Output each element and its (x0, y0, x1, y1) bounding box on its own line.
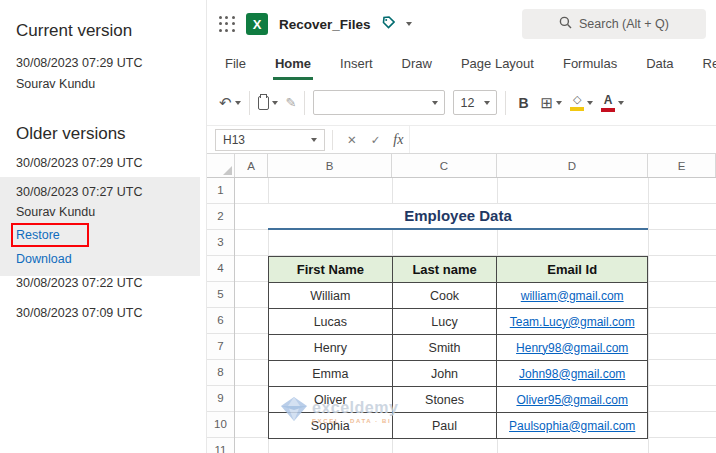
cell-email[interactable]: Paulsophia@gmail.com (497, 413, 648, 439)
column-header-c[interactable]: C (392, 154, 497, 177)
row-header[interactable]: 11 (207, 438, 234, 453)
search-placeholder: Search (Alt + Q) (579, 17, 669, 31)
tab-home[interactable]: Home (273, 50, 313, 80)
file-name[interactable]: Recover_Files (279, 17, 371, 32)
cell-first-name[interactable]: Emma (269, 361, 393, 387)
select-all-corner[interactable] (207, 154, 235, 177)
column-header-a[interactable]: A (235, 154, 268, 177)
app-launcher-icon[interactable] (219, 16, 235, 32)
row-header[interactable]: 8 (207, 360, 234, 386)
excel-window: X Recover_Files Search (Alt + Q) File Ho… (207, 0, 716, 453)
cell-first-name[interactable]: Lucas (269, 309, 393, 335)
cell-last-name[interactable]: Smith (393, 335, 498, 361)
row-header[interactable]: 6 (207, 308, 234, 334)
enter-button[interactable]: ✓ (364, 133, 388, 147)
column-header-e[interactable]: E (648, 154, 716, 177)
email-link[interactable]: Paulsophia@gmail.com (509, 419, 635, 433)
row-header[interactable]: 1 (207, 178, 234, 204)
format-painter-icon: ✎ (286, 95, 297, 110)
table-row: Sophia Paul Paulsophia@gmail.com (269, 413, 648, 439)
version-item-author: Sourav Kundu (16, 202, 184, 222)
cell-last-name[interactable]: Paul (393, 413, 498, 439)
email-link[interactable]: Henry98@gmail.com (516, 341, 628, 355)
chevron-down-icon (432, 101, 438, 105)
spreadsheet-grid: A B C D E 1 2 3 4 5 6 7 8 9 10 11 (207, 154, 716, 453)
undo-button[interactable]: ↶ (219, 95, 241, 110)
cell-last-name[interactable]: Cook (393, 283, 498, 309)
older-versions-heading: Older versions (16, 124, 126, 144)
format-painter-button[interactable]: ✎ (286, 95, 297, 110)
name-box[interactable]: H13 (215, 129, 325, 151)
tab-file[interactable]: File (223, 50, 248, 80)
column-header-d[interactable]: D (497, 154, 648, 177)
cell-last-name[interactable]: John (393, 361, 498, 387)
cell-email[interactable]: william@gmail.com (497, 283, 648, 309)
row-header[interactable]: 2 (207, 204, 234, 230)
cells-area[interactable]: Employee Data First Name Last name Email… (235, 178, 716, 453)
version-item-selected[interactable]: 30/08/2023 07:27 UTC Sourav Kundu Restor… (0, 177, 200, 276)
table-header-first-name[interactable]: First Name (269, 257, 393, 283)
chevron-down-icon (618, 101, 624, 105)
tab-draw[interactable]: Draw (400, 50, 434, 80)
table-row: Oliver Stones Oliver95@gmail.com (269, 387, 648, 413)
version-item[interactable]: 30/08/2023 07:29 UTC (16, 153, 142, 173)
download-link[interactable]: Download (16, 249, 72, 269)
table-header-last-name[interactable]: Last name (393, 257, 498, 283)
sheet-title-cell[interactable]: Employee Data (268, 204, 648, 230)
cell-first-name[interactable]: William (269, 283, 393, 309)
version-item[interactable]: 30/08/2023 07:09 UTC (16, 303, 142, 323)
fill-color-icon: ◇ (570, 94, 584, 111)
cell-email[interactable]: Oliver95@gmail.com (497, 387, 648, 413)
email-link[interactable]: william@gmail.com (521, 289, 624, 303)
row-header[interactable]: 9 (207, 386, 234, 412)
font-color-icon: A (601, 94, 615, 112)
row-header[interactable]: 4 (207, 256, 234, 282)
email-link[interactable]: Team.Lucy@gmail.com (510, 315, 635, 329)
email-link[interactable]: Oliver95@gmail.com (516, 393, 628, 407)
chevron-down-icon (587, 101, 593, 105)
row-header[interactable]: 10 (207, 412, 234, 438)
cell-last-name[interactable]: Lucy (393, 309, 498, 335)
fill-color-button[interactable]: ◇ (570, 94, 593, 111)
font-size-select[interactable]: 12 (453, 90, 497, 115)
chevron-down-icon (311, 138, 317, 142)
cell-first-name[interactable]: Oliver (269, 387, 393, 413)
column-header-b[interactable]: B (268, 154, 392, 177)
grid-body: 1 2 3 4 5 6 7 8 9 10 11 Emp (207, 178, 716, 453)
email-link[interactable]: John98@gmail.com (519, 367, 625, 381)
borders-button[interactable]: ⊞ (541, 95, 563, 110)
cell-first-name[interactable]: Henry (269, 335, 393, 361)
version-item[interactable]: 30/08/2023 07:22 UTC (16, 273, 142, 293)
formula-input[interactable] (409, 126, 716, 153)
excel-logo-icon[interactable]: X (246, 13, 268, 35)
cell-email[interactable]: Henry98@gmail.com (497, 335, 648, 361)
font-name-select[interactable] (313, 90, 445, 115)
current-version-heading: Current version (16, 21, 132, 41)
tab-formulas[interactable]: Formulas (561, 50, 619, 80)
table-header-email[interactable]: Email Id (497, 257, 648, 283)
tab-data[interactable]: Data (644, 50, 675, 80)
font-color-button[interactable]: A (601, 94, 624, 112)
tab-review[interactable]: Review (701, 50, 716, 80)
row-header[interactable]: 3 (207, 230, 234, 256)
row-header[interactable]: 7 (207, 334, 234, 360)
cell-first-name[interactable]: Sophia (269, 413, 393, 439)
cell-email[interactable]: Team.Lucy@gmail.com (497, 309, 648, 335)
current-version-author: Sourav Kundu (16, 74, 95, 94)
cell-email[interactable]: John98@gmail.com (497, 361, 648, 387)
search-box[interactable]: Search (Alt + Q) (522, 9, 706, 39)
ribbon-toolbar: ↶ ✎ 12 B ⊞ (207, 80, 716, 126)
suite-bar: X Recover_Files Search (Alt + Q) (207, 0, 716, 48)
restore-link[interactable]: Restore (16, 225, 60, 245)
cell-last-name[interactable]: Stones (393, 387, 498, 413)
bold-button[interactable]: B (514, 95, 532, 111)
cancel-button[interactable]: ✕ (340, 133, 364, 147)
insert-function-button[interactable]: fx (387, 132, 409, 148)
tab-insert[interactable]: Insert (338, 50, 375, 80)
sensitivity-label-icon[interactable] (382, 15, 395, 33)
tab-page-layout[interactable]: Page Layout (459, 50, 536, 80)
row-header[interactable]: 5 (207, 282, 234, 308)
chevron-down-icon[interactable] (406, 22, 412, 26)
paste-button[interactable] (258, 96, 278, 110)
table-row: Henry Smith Henry98@gmail.com (269, 335, 648, 361)
